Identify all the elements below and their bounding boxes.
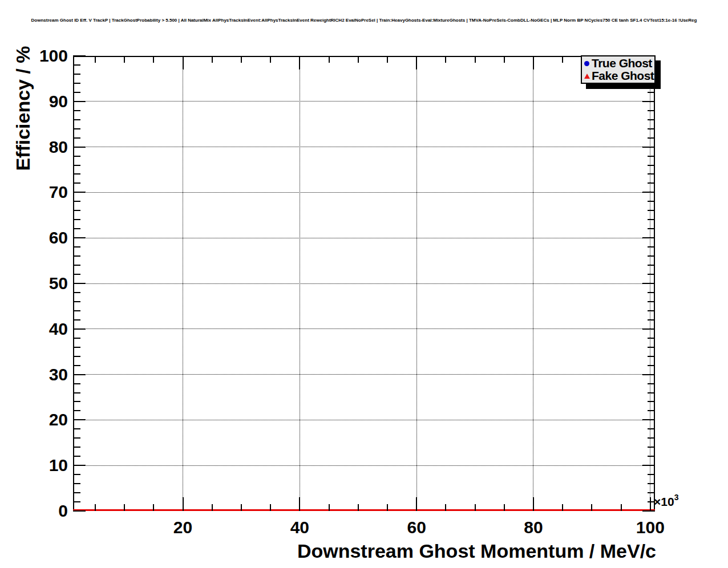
x-minor-tick: [562, 504, 563, 511]
grid-line-horizontal: [73, 101, 655, 102]
y-minor-tick: [73, 437, 80, 439]
y-minor-tick: [73, 383, 80, 384]
x-minor-tick: [387, 504, 388, 511]
y-minor-tick: [73, 356, 80, 357]
y-axis-tick-label: 80: [20, 139, 68, 156]
y-major-tick-mirror: [642, 465, 655, 466]
y-axis-tick-label: 50: [20, 275, 68, 292]
x-major-tick: [416, 497, 417, 511]
y-minor-tick-mirror: [648, 173, 655, 175]
root-canvas: Downstream Ghost ID Eff. V TrackP | Trac…: [0, 0, 728, 568]
legend-entry-fake-ghost: Fake Ghost: [582, 70, 654, 82]
y-major-tick-mirror: [642, 374, 655, 375]
x-axis-title: Downstream Ghost Momentum / MeV/c: [297, 540, 656, 562]
x-minor-tick: [621, 504, 622, 511]
x-major-tick: [299, 497, 300, 511]
legend-entry-true-ghost: True Ghost: [582, 57, 654, 70]
y-minor-tick-mirror: [648, 310, 655, 311]
grid-line-horizontal: [73, 420, 655, 420]
y-axis-tick-label: 40: [20, 320, 68, 338]
fake-ghost-zero-efficiency-line: [73, 509, 655, 511]
x-major-tick-mirror: [299, 56, 300, 70]
y-major-tick: [73, 101, 86, 102]
y-minor-tick-mirror: [648, 474, 655, 475]
y-minor-tick: [73, 165, 80, 166]
x-major-tick: [650, 497, 651, 511]
y-minor-tick: [73, 310, 80, 311]
y-minor-tick: [73, 92, 80, 93]
y-minor-tick-mirror: [648, 447, 655, 448]
frame-top-border: [73, 56, 655, 57]
y-minor-tick: [73, 119, 80, 120]
x-minor-tick-mirror: [445, 56, 446, 63]
y-minor-tick: [73, 265, 80, 266]
y-minor-tick-mirror: [648, 92, 655, 93]
grid-line-horizontal: [73, 283, 655, 284]
y-minor-tick-mirror: [648, 246, 655, 248]
x-major-tick: [183, 497, 184, 511]
y-minor-tick-mirror: [648, 255, 655, 257]
y-major-tick-mirror: [642, 419, 655, 420]
y-major-tick: [73, 237, 86, 238]
y-major-tick-mirror: [642, 328, 655, 330]
y-minor-tick-mirror: [648, 210, 655, 211]
x-minor-tick-mirror: [562, 56, 563, 63]
x-minor-tick: [591, 504, 592, 511]
y-minor-tick-mirror: [648, 319, 655, 320]
y-minor-tick-mirror: [648, 110, 655, 111]
y-minor-tick-mirror: [648, 492, 655, 493]
y-minor-tick: [73, 474, 80, 475]
x-minor-tick: [241, 504, 242, 511]
x-axis-tick-label: 80: [511, 518, 556, 537]
y-minor-tick-mirror: [648, 165, 655, 166]
x-minor-tick-mirror: [124, 56, 125, 63]
x-minor-tick-mirror: [241, 56, 242, 63]
x-minor-tick: [358, 504, 359, 511]
y-minor-tick-mirror: [648, 483, 655, 484]
y-major-tick: [73, 510, 86, 512]
x-axis-tick-label: 40: [277, 518, 322, 537]
y-minor-tick: [73, 110, 80, 111]
x-axis-tick-label: 60: [394, 518, 439, 537]
y-minor-tick: [73, 137, 80, 139]
y-minor-tick-mirror: [648, 128, 655, 129]
y-minor-tick-mirror: [648, 338, 655, 339]
y-major-tick: [73, 419, 86, 420]
x-minor-tick: [124, 504, 125, 511]
y-minor-tick: [73, 483, 80, 484]
y-axis-tick-label: 30: [20, 366, 68, 383]
x-minor-tick-mirror: [153, 56, 154, 63]
y-axis-tick-label: 70: [20, 184, 68, 201]
y-minor-tick-mirror: [648, 365, 655, 366]
y-minor-tick: [73, 392, 80, 393]
y-axis-tick-label: 90: [20, 93, 68, 110]
grid-line-horizontal: [73, 192, 655, 193]
x-minor-tick: [270, 504, 271, 511]
y-major-tick: [73, 55, 86, 56]
y-minor-tick-mirror: [648, 392, 655, 393]
x-minor-tick-mirror: [270, 56, 271, 63]
y-minor-tick: [73, 74, 80, 75]
y-major-tick-mirror: [642, 237, 655, 238]
y-minor-tick-mirror: [648, 347, 655, 348]
y-minor-tick: [73, 156, 80, 157]
grid-line-horizontal: [73, 465, 655, 466]
legend-marker-cell: [582, 74, 592, 79]
true-ghost-circle-marker-icon: [584, 61, 589, 66]
y-minor-tick-mirror: [648, 137, 655, 139]
x-axis-tick-label: 20: [160, 518, 206, 537]
y-minor-tick: [73, 428, 80, 429]
y-minor-tick: [73, 219, 80, 220]
grid-line-horizontal: [73, 147, 655, 147]
y-major-tick: [73, 283, 86, 284]
y-minor-tick-mirror: [648, 410, 655, 411]
y-minor-tick: [73, 347, 80, 348]
y-axis-tick-label: 60: [20, 229, 68, 246]
y-minor-tick: [73, 401, 80, 402]
y-major-tick-mirror: [642, 192, 655, 193]
x-minor-tick-mirror: [475, 56, 476, 63]
x-major-tick-mirror: [416, 56, 417, 70]
y-minor-tick: [73, 210, 80, 211]
y-minor-tick: [73, 492, 80, 493]
y-minor-tick-mirror: [648, 219, 655, 220]
